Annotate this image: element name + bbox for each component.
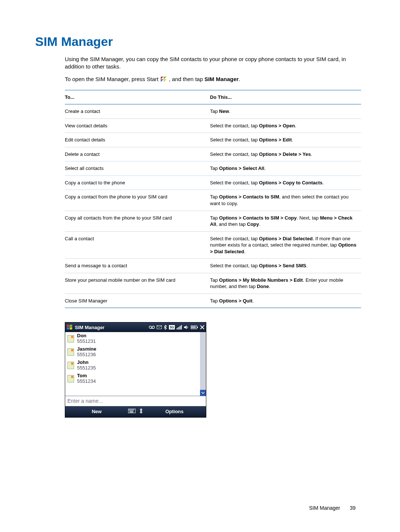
table-row: Close SIM ManagerTap Options > Quit.	[65, 294, 361, 308]
battery-icon[interactable]	[191, 325, 198, 329]
start-icon	[161, 77, 167, 82]
svg-text:3G: 3G	[170, 325, 174, 329]
sim-contact-icon	[67, 335, 74, 342]
device-title: SIM Manager	[75, 324, 104, 331]
softkey-center	[128, 408, 143, 415]
svg-marker-37	[140, 412, 143, 414]
contact-text: John5551235	[77, 360, 96, 371]
contact-number: 5551236	[77, 352, 96, 358]
device-main: Don5551231Jasmine5551236John5551235Tom55…	[65, 332, 200, 396]
sim-contact-icon	[67, 362, 74, 369]
svg-rect-1	[70, 325, 72, 327]
svg-rect-13	[180, 326, 181, 329]
svg-rect-19	[193, 326, 193, 328]
contact-text: Don5551231	[77, 333, 96, 344]
table-row: Copy a contact from the phone to your SI…	[65, 190, 361, 211]
voicemail-icon[interactable]	[149, 325, 155, 329]
table-row: Call a contactSelect the contact, tap Op…	[65, 231, 361, 259]
table-cell-do: Select the contact, tap Options > Copy t…	[210, 175, 361, 190]
svg-rect-20	[194, 326, 194, 328]
keyboard-icon[interactable]	[128, 408, 136, 415]
table-cell-do: Tap Options > My Mobile Numbers > Edit. …	[210, 273, 361, 294]
svg-rect-17	[197, 327, 198, 328]
document-page: SIM Manager Using the SIM Manager, you c…	[0, 0, 400, 532]
table-row: Select all contactsTap Options > Select …	[65, 161, 361, 176]
contact-number: 5551234	[77, 379, 96, 384]
table-cell-do: Tap Options > Contacts to SIM > Copy. Ne…	[210, 211, 361, 231]
list-item[interactable]: Don5551231	[65, 332, 200, 345]
table-row: Edit contact detailsSelect the contact, …	[65, 133, 361, 147]
table-cell-do: Select the contact, tap Options > Delete…	[210, 147, 361, 161]
table-cell-do: Tap Options > Quit.	[210, 294, 361, 308]
softkey-options[interactable]: Options	[143, 408, 206, 415]
table-cell-to: Delete a contact	[65, 147, 210, 161]
svg-rect-25	[129, 409, 130, 410]
table-cell-do: Tap Options > Select All.	[210, 161, 361, 176]
contact-text: Tom5551234	[77, 373, 96, 384]
table-cell-do: Tap New.	[210, 104, 361, 119]
table-cell-to: Select all contacts	[65, 161, 210, 176]
svg-marker-35	[140, 408, 143, 410]
table-cell-to: Call a contact	[65, 231, 210, 259]
envelope-icon[interactable]	[157, 325, 162, 329]
table-cell-do: Tap Options > Contacts to SIM, and then …	[210, 190, 361, 211]
device-body: Don5551231Jasmine5551236John5551235Tom55…	[65, 332, 206, 396]
table-header-to: To...	[65, 90, 210, 104]
svg-rect-10	[177, 328, 177, 329]
open-mid: , and then tap	[169, 76, 204, 82]
table-row: Copy all contacts from the phone to your…	[65, 211, 361, 231]
bluetooth-icon[interactable]	[164, 325, 167, 330]
svg-point-4	[149, 326, 151, 328]
contact-name: Jasmine	[77, 347, 96, 352]
svg-rect-2	[67, 327, 69, 329]
open-prefix: To open the SIM Manager, press Start	[65, 76, 160, 82]
table-cell-to: View contact details	[65, 118, 210, 133]
body-block: Using the SIM Manager, you can copy the …	[65, 56, 361, 308]
table-row: Delete a contactSelect the contact, tap …	[65, 147, 361, 161]
table-cell-do: Select the contact, tap Options > Edit.	[210, 133, 361, 147]
list-item[interactable]: John5551235	[65, 359, 200, 372]
instruction-table: To... Do This... Create a contactTap New…	[65, 90, 361, 308]
close-icon[interactable]	[200, 325, 204, 329]
open-target: SIM Manager	[204, 76, 239, 82]
svg-marker-15	[184, 325, 187, 329]
start-menu-icon[interactable]	[67, 325, 73, 330]
signal-icon[interactable]	[177, 325, 182, 329]
input-method-icon[interactable]	[139, 408, 143, 415]
table-cell-to: Copy a contact to the phone	[65, 175, 210, 190]
svg-point-5	[152, 326, 154, 328]
svg-rect-26	[130, 409, 131, 410]
open-suffix: .	[239, 76, 240, 82]
scrollbar[interactable]	[200, 332, 206, 396]
svg-rect-36	[140, 410, 142, 412]
svg-rect-27	[131, 409, 132, 410]
scroll-down-icon[interactable]	[200, 390, 206, 396]
list-item[interactable]: Jasmine5551236	[65, 345, 200, 359]
intro-paragraph: Using the SIM Manager, you can copy the …	[65, 56, 361, 71]
list-item[interactable]: Tom5551234	[65, 372, 200, 385]
contact-number: 5551235	[77, 365, 96, 371]
table-cell-to: Copy a contact from the phone to your SI…	[65, 190, 210, 211]
open-instruction: To open the SIM Manager, press Start , a…	[65, 76, 361, 83]
table-cell-to: Send a message to a contact	[65, 259, 210, 273]
svg-rect-34	[130, 412, 133, 412]
table-cell-to: Close SIM Manager	[65, 294, 210, 308]
table-row: Copy a contact to the phoneSelect the co…	[65, 175, 361, 190]
3g-icon[interactable]: 3G	[169, 325, 175, 329]
softkey-new[interactable]: New	[65, 408, 128, 415]
svg-rect-12	[179, 327, 180, 329]
device-titlebar: SIM Manager 3G	[65, 322, 206, 332]
contact-number: 5551231	[77, 339, 96, 344]
table-cell-to: Store your personal mobile number on the…	[65, 273, 210, 294]
svg-rect-3	[70, 327, 72, 329]
page-title: SIM Manager	[35, 33, 365, 50]
table-cell-do: Select the contact, tap Options > Dial S…	[210, 231, 361, 259]
name-input[interactable]: Enter a name...	[65, 396, 206, 406]
table-cell-to: Copy all contacts from the phone to your…	[65, 211, 210, 231]
volume-icon[interactable]	[184, 325, 189, 329]
contact-text: Jasmine5551236	[77, 347, 96, 358]
table-row: Store your personal mobile number on the…	[65, 273, 361, 294]
device-status-icons: 3G	[149, 325, 204, 330]
svg-rect-0	[67, 325, 69, 327]
contact-list[interactable]: Don5551231Jasmine5551236John5551235Tom55…	[65, 332, 200, 385]
